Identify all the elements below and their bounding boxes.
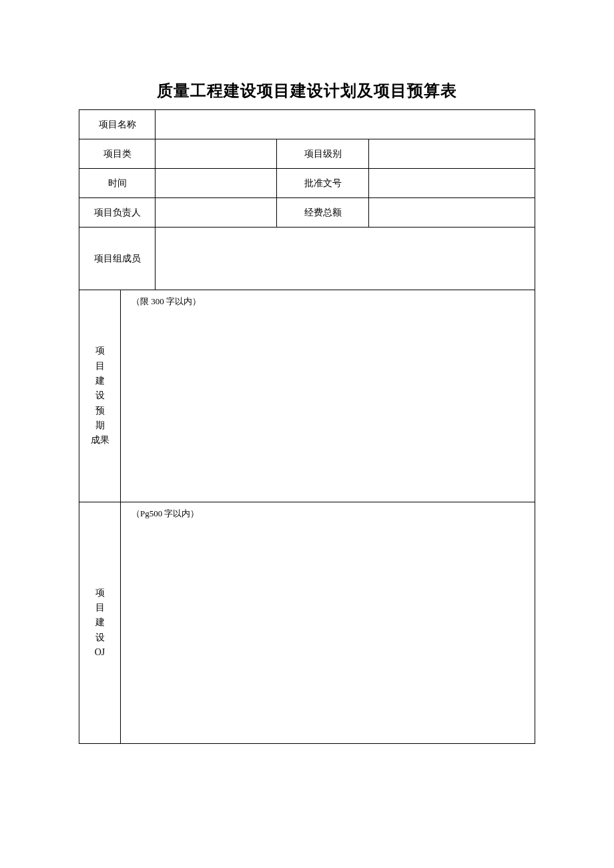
value-time: [156, 169, 277, 198]
label-team-members: 项目组成员: [79, 228, 156, 290]
value-team-members: [156, 228, 535, 290]
form-table: 项目名称 项目类 项目级别 时间 批准文号 项目负责人 经费总额 项目组成员 项…: [79, 109, 535, 744]
table-row: 项目名称: [79, 110, 535, 139]
table-row: 时间 批准文号: [79, 169, 535, 198]
value-project-lead: [156, 198, 277, 228]
label-project-name: 项目名称: [79, 110, 156, 139]
label-line: 项 目: [87, 586, 112, 616]
value-build-oj: （Pg500 字以内）: [121, 502, 535, 744]
label-time: 时间: [79, 169, 156, 198]
label-expected-results: 项 目 建 设 预 期 成果: [79, 290, 121, 502]
label-total-budget: 经费总额: [277, 198, 369, 228]
label-line: 成果: [87, 433, 112, 448]
table-row: 项 目 建 设 预 期 成果 （限 300 字以内）: [79, 290, 535, 502]
value-project-name: [156, 110, 535, 139]
value-expected-results: （限 300 字以内）: [121, 290, 535, 502]
label-build-oj: 项 目 建 设 OJ: [79, 502, 121, 744]
label-project-lead: 项目负责人: [79, 198, 156, 228]
limit-note: （Pg500 字以内）: [131, 508, 199, 518]
label-project-level: 项目级别: [277, 139, 369, 169]
label-line: OJ: [87, 645, 112, 660]
page-title: 质量工程建设项目建设计划及项目预算表: [79, 80, 535, 101]
table-row: 项 目 建 设 OJ （Pg500 字以内）: [79, 502, 535, 744]
table-row: 项目类 项目级别: [79, 139, 535, 169]
label-approval-no: 批准文号: [277, 169, 369, 198]
limit-note: （限 300 字以内）: [131, 296, 201, 306]
label-line: 建 设: [87, 615, 112, 645]
label-project-type: 项目类: [79, 139, 156, 169]
label-line: 项 目: [87, 344, 112, 374]
table-row: 项目负责人 经费总额: [79, 198, 535, 228]
table-row: 项目组成员: [79, 228, 535, 290]
value-project-type: [156, 139, 277, 169]
value-approval-no: [369, 169, 535, 198]
value-total-budget: [369, 198, 535, 228]
label-line: 预 期: [87, 404, 112, 434]
label-line: 建 设: [87, 374, 112, 404]
value-project-level: [369, 139, 535, 169]
